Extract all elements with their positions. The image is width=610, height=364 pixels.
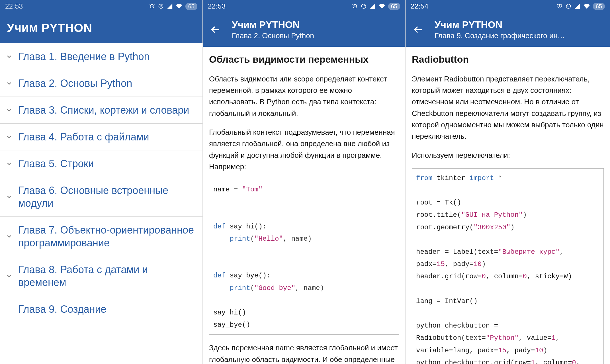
- paragraph: Область видимости или scope определяет к…: [209, 73, 399, 119]
- paragraph: Здесь переменная name является глобально…: [209, 342, 399, 364]
- article-heading: Область видимости переменных: [209, 54, 399, 65]
- chapter-row[interactable]: Глава 3. Списки, кортежи и словари: [0, 97, 202, 124]
- app-titles: Учим PYTHON Глава 9. Создание графическо…: [435, 19, 565, 40]
- paragraph: Элемент Radiobutton представляет переклю…: [412, 73, 604, 142]
- chapter-row[interactable]: Глава 4. Работа с файлами: [0, 124, 202, 150]
- chevron-down-icon: [5, 193, 13, 200]
- chapter-list[interactable]: Глава 1. Введение в Python Глава 2. Осно…: [0, 43, 202, 364]
- chapter-row[interactable]: Глава 5. Строки: [0, 150, 202, 177]
- app-title: Учим PYTHON: [435, 19, 565, 30]
- chevron-down-icon: [5, 53, 13, 60]
- svg-text:R: R: [160, 5, 162, 8]
- status-icons: R 65: [556, 3, 605, 10]
- chapter-row[interactable]: Глава 6. Основные встроенные модули: [0, 177, 202, 217]
- chevron-down-icon: [5, 233, 13, 240]
- registered-icon: R: [158, 3, 164, 9]
- status-icons: R 65: [352, 3, 400, 10]
- alarm-icon: [149, 3, 155, 9]
- article-content[interactable]: Область видимости переменных Область вид…: [203, 47, 405, 364]
- article-content[interactable]: Radiobutton Элемент Radiobutton представ…: [406, 47, 610, 364]
- signal-icon: [574, 3, 580, 9]
- chapter-row[interactable]: Глава 8. Работа с датами и временем: [0, 256, 202, 296]
- svg-text:R: R: [567, 5, 569, 8]
- chapter-row[interactable]: Глава 9. Создание: [0, 296, 202, 322]
- arrow-left-icon: [210, 24, 220, 35]
- status-icons: R 65: [149, 3, 197, 10]
- app-subtitle: Глава 2. Основы Python: [232, 31, 314, 40]
- status-time: 22:54: [411, 2, 429, 10]
- article-heading: Radiobutton: [412, 54, 604, 65]
- registered-icon: R: [361, 3, 367, 9]
- chevron-down-icon: [5, 134, 13, 140]
- battery-level: 65: [388, 3, 400, 10]
- screen-chapters: 22:53 R 65 Учим PYTHON Глава 1. Введение…: [0, 0, 203, 364]
- chapter-row[interactable]: Глава 2. Основы Python: [0, 70, 202, 97]
- chevron-down-icon: [5, 107, 13, 114]
- app-title: Учим PYTHON: [7, 21, 92, 35]
- chapter-title: Глава 6. Основные встроенные модули: [18, 184, 197, 210]
- back-button[interactable]: [210, 24, 221, 35]
- paragraph: Глобальный контекст подразумевает, что п…: [209, 126, 399, 172]
- svg-text:R: R: [363, 5, 365, 8]
- chapter-title: Глава 8. Работа с датами и временем: [18, 263, 197, 289]
- app-bar: Учим PYTHON Глава 2. Основы Python: [203, 13, 405, 47]
- code-block: name = "Tom" def say_hi(): print("Hello"…: [209, 180, 399, 335]
- app-titles: Учим PYTHON Глава 2. Основы Python: [232, 19, 314, 40]
- chapter-row[interactable]: Глава 1. Введение в Python: [0, 43, 202, 70]
- status-time: 22:53: [208, 2, 226, 10]
- chevron-down-icon: [5, 160, 13, 167]
- screen-article-scope: 22:53 R 65 Учим PYTHON Глава 2. Основы P…: [203, 0, 406, 364]
- signal-icon: [167, 3, 173, 9]
- wifi-icon: [176, 3, 183, 9]
- alarm-icon: [352, 3, 358, 9]
- chapter-title: Глава 4. Работа с файлами: [18, 130, 149, 143]
- app-bar: Учим PYTHON: [0, 13, 202, 43]
- chapter-title: Глава 7. Объектно-ориентированное програ…: [18, 224, 197, 249]
- status-time: 22:53: [5, 2, 23, 10]
- app-subtitle: Глава 9. Создание графического ин…: [435, 31, 565, 40]
- app-bar: Учим PYTHON Глава 9. Создание графическо…: [406, 13, 610, 47]
- chapter-row[interactable]: Глава 7. Объектно-ориентированное програ…: [0, 217, 202, 256]
- arrow-left-icon: [413, 24, 423, 35]
- chapter-title: Глава 5. Строки: [18, 157, 94, 170]
- wifi-icon: [378, 3, 385, 9]
- wifi-icon: [583, 3, 590, 9]
- chapter-title: Глава 2. Основы Python: [18, 77, 132, 90]
- alarm-icon: [556, 3, 563, 9]
- chapter-title: Глава 9. Создание: [18, 303, 107, 316]
- status-bar: 22:54 R 65: [406, 0, 610, 13]
- app-title: Учим PYTHON: [232, 19, 314, 30]
- registered-icon: R: [566, 3, 571, 9]
- chapter-title: Глава 1. Введение в Python: [18, 50, 150, 63]
- paragraph: Используем переключатели:: [412, 150, 604, 161]
- code-block: from tkinter import * root = Tk() root.t…: [412, 168, 604, 364]
- status-bar: 22:53 R 65: [203, 0, 405, 13]
- signal-icon: [369, 3, 376, 9]
- chapter-title: Глава 3. Списки, кортежи и словари: [18, 104, 189, 116]
- screen-article-radiobutton: 22:54 R 65 Учим PYTHON Глава 9. Создание…: [406, 0, 610, 364]
- battery-level: 65: [185, 3, 197, 10]
- chevron-down-icon: [5, 80, 13, 87]
- back-button[interactable]: [412, 24, 424, 35]
- status-bar: 22:53 R 65: [0, 0, 202, 13]
- battery-level: 65: [593, 3, 605, 10]
- chevron-down-icon: [5, 273, 13, 279]
